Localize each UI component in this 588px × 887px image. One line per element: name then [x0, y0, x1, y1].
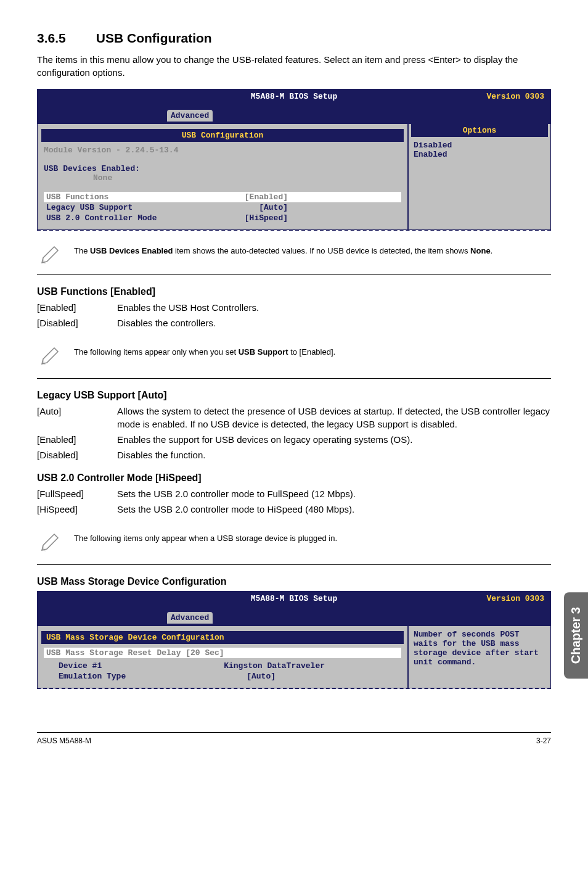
emulation-label: Emulation Type	[59, 672, 126, 681]
intro-text: The items in this menu allow you to chan…	[37, 53, 551, 79]
bios-title: M5A88-M BIOS Setup	[251, 594, 337, 603]
note-icon	[37, 343, 74, 373]
bios-row-device: Device #1 Kingston DataTraveler	[44, 661, 401, 671]
table-row: [Disabled] Disables the controllers.	[37, 316, 551, 332]
bios-screenshot-1: M5A88-M BIOS Setup Version 0303 Advanced…	[37, 89, 551, 230]
section-title: USB Configuration	[96, 31, 212, 45]
reset-delay-text: USB Mass Storage Reset Delay [20 Sec]	[46, 648, 224, 658]
legacy-heading: Legacy USB Support [Auto]	[37, 390, 551, 401]
controller-mode-heading: USB 2.0 Controller Mode [HiSpeed]	[37, 472, 551, 484]
module-version: Module Version - 2.24.5-13.4	[44, 146, 401, 155]
table-row: [Enabled] Enables the support for USB de…	[37, 433, 551, 448]
usb-functions-heading: USB Functions [Enabled]	[37, 286, 551, 297]
option-desc: Enables the support for USB devices on l…	[117, 433, 551, 448]
option-label: [Enabled]	[37, 433, 117, 448]
table-row: [HiSpeed] Sets the USB 2.0 controller mo…	[37, 503, 551, 518]
note-box-2: The following items appear only when you…	[37, 343, 551, 379]
bios-left-pane: USB Configuration Module Version - 2.24.…	[38, 124, 409, 229]
option-label: [Enabled]	[37, 301, 117, 316]
dash-border	[37, 688, 551, 689]
option-label: [Disabled]	[37, 316, 117, 332]
bios-row-legacy: Legacy USB Support [Auto]	[44, 202, 401, 213]
table-row: [FullSpeed] Sets the USB 2.0 controller …	[37, 487, 551, 503]
emulation-value: [Auto]	[247, 672, 276, 681]
table-row: [Disabled] Disables the function.	[37, 448, 551, 464]
legacy-value: [Auto]	[259, 203, 288, 212]
bios-section-title: USB Configuration	[41, 129, 404, 142]
options-header: Options	[411, 124, 548, 137]
bios-row-controller: USB 2.0 Controller Mode [HiSpeed]	[44, 213, 401, 223]
option-desc: Allows the system to detect the presence…	[117, 405, 551, 433]
option-desc: Disables the function.	[117, 448, 551, 464]
table-row: [Auto] Allows the system to detect the p…	[37, 405, 551, 433]
bios-right-pane: Options Disabled Enabled	[409, 124, 550, 229]
usb-functions-label: USB Functions	[46, 192, 108, 202]
note-box-1: The USB Devices Enabled item shows the a…	[37, 242, 551, 275]
option-label: [HiSpeed]	[37, 503, 117, 518]
bios-header: M5A88-M BIOS Setup Version 0303 Advanced	[38, 89, 550, 124]
option-label: [FullSpeed]	[37, 487, 117, 503]
option-label: [Auto]	[37, 405, 117, 433]
bios-version: Version 0303	[486, 92, 544, 101]
section-heading: 3.6.5 USB Configuration	[37, 31, 551, 46]
note-3-text: The following items only appear when a U…	[74, 529, 337, 544]
note-1-text: The USB Devices Enabled item shows the a…	[74, 242, 492, 257]
bios-version: Version 0303	[486, 594, 544, 603]
bios-row-usb-functions: USB Functions [Enabled]	[44, 192, 401, 202]
note-2-text: The following items appear only when you…	[74, 343, 335, 358]
bios-section-title: USB Mass Storage Device Configuration	[41, 631, 404, 644]
chapter-side-tab: Chapter 3	[564, 592, 588, 679]
legacy-table: [Auto] Allows the system to detect the p…	[37, 405, 551, 464]
device-label: Device #1	[59, 661, 102, 670]
table-row: [Enabled] Enables the USB Host Controlle…	[37, 301, 551, 316]
section-number: 3.6.5	[37, 31, 92, 46]
devices-enabled-value: None	[44, 173, 401, 183]
legacy-label: Legacy USB Support	[46, 203, 133, 212]
device-value: Kingston DataTraveler	[224, 661, 325, 670]
bios-right-pane: Number of seconds POST waits for the USB…	[409, 626, 550, 688]
help-text: Number of seconds POST waits for the USB…	[414, 630, 539, 667]
footer-left: ASUS M5A88-M	[37, 736, 91, 745]
bios-row-emulation: Emulation Type [Auto]	[44, 671, 401, 682]
option-enabled: Enabled	[414, 150, 447, 159]
devices-enabled-label: USB Devices Enabled:	[44, 164, 401, 173]
option-label: [Disabled]	[37, 448, 117, 464]
usb-functions-table: [Enabled] Enables the USB Host Controlle…	[37, 301, 551, 332]
bios-left-pane: USB Mass Storage Device Configuration US…	[38, 626, 409, 688]
option-desc: Enables the USB Host Controllers.	[117, 301, 551, 316]
bios-row-reset-delay: USB Mass Storage Reset Delay [20 Sec]	[44, 648, 401, 658]
footer-right: 3-27	[536, 736, 551, 745]
bios-tab-advanced: Advanced	[167, 612, 213, 624]
controller-value: [HiSpeed]	[245, 213, 288, 223]
option-disabled: Disabled	[414, 141, 545, 150]
note-icon	[37, 529, 74, 559]
bios-tab-advanced: Advanced	[167, 110, 213, 122]
option-desc: Sets the USB 2.0 controller mode to HiSp…	[117, 503, 551, 518]
option-desc: Sets the USB 2.0 controller mode to Full…	[117, 487, 551, 503]
controller-mode-table: [FullSpeed] Sets the USB 2.0 controller …	[37, 487, 551, 518]
usb-functions-value: [Enabled]	[245, 192, 288, 202]
page-footer: ASUS M5A88-M 3-27	[37, 732, 551, 745]
note-icon	[37, 242, 74, 272]
dash-border	[37, 229, 551, 231]
bios-title: M5A88-M BIOS Setup	[251, 92, 337, 101]
bios-header: M5A88-M BIOS Setup Version 0303 Advanced	[38, 592, 550, 626]
bios-screenshot-2: M5A88-M BIOS Setup Version 0303 Advanced…	[37, 591, 551, 688]
mass-storage-heading: USB Mass Storage Device Configuration	[37, 576, 551, 587]
option-desc: Disables the controllers.	[117, 316, 551, 332]
note-box-3: The following items only appear when a U…	[37, 529, 551, 565]
controller-label: USB 2.0 Controller Mode	[46, 213, 157, 223]
